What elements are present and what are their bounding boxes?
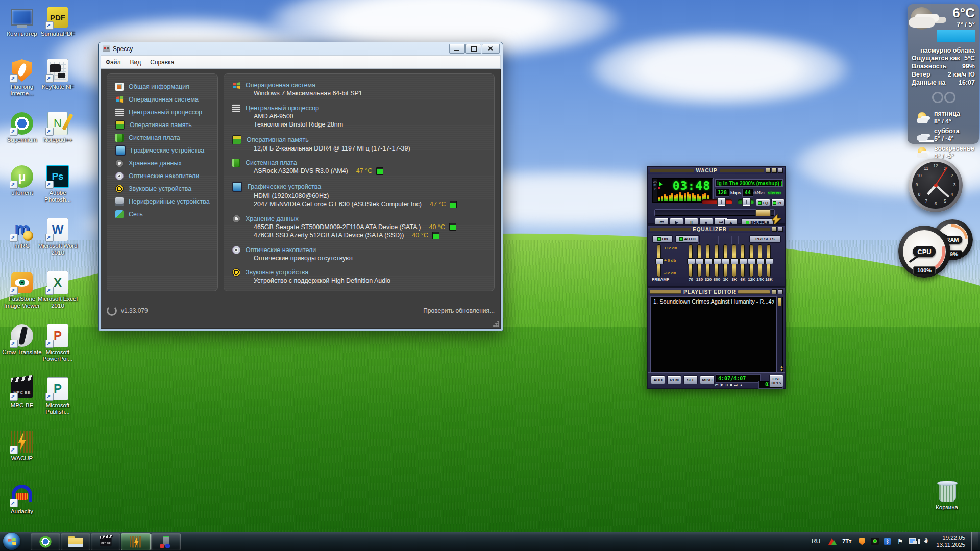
- binoculars-icon[interactable]: [908, 87, 979, 109]
- playlist-select-button[interactable]: SEL: [683, 375, 698, 384]
- volume-slider[interactable]: [702, 199, 732, 204]
- eq-band-slider[interactable]: [765, 245, 773, 277]
- eq-presets-button[interactable]: PRESETS: [749, 235, 781, 243]
- taskbar-button-speccy[interactable]: [151, 533, 181, 550]
- section-title[interactable]: Хранение данных: [246, 215, 299, 222]
- nav-motherboard[interactable]: Системная плата: [107, 131, 217, 144]
- show-desktop-button[interactable]: [971, 532, 978, 551]
- playlist-misc-button[interactable]: MISC: [700, 375, 715, 384]
- playlist-add-button[interactable]: ADD: [651, 375, 665, 384]
- seek-thumb[interactable]: [755, 209, 771, 216]
- nav-optical[interactable]: Оптические накопители: [107, 169, 217, 182]
- menu-help[interactable]: Справка: [145, 57, 179, 67]
- eq-band-slider[interactable]: [687, 245, 695, 277]
- resize-grip[interactable]: [493, 321, 499, 327]
- desktop-icon-sumatrapdf[interactable]: PDF SumatraPDF: [36, 5, 80, 37]
- balance-thumb[interactable]: [742, 198, 751, 206]
- section-title[interactable]: Оптические накопители: [246, 246, 316, 254]
- nav-graphics[interactable]: Графические устройства: [107, 144, 217, 157]
- playlist-scroll-arrows[interactable]: ▲▼: [780, 365, 783, 372]
- playlist-title-bar[interactable]: PLAYLIST EDITOR: [648, 288, 785, 295]
- cpu-gauge[interactable]: CPU 100%: [898, 226, 950, 278]
- equalizer-title-bar[interactable]: EQUALIZER: [648, 226, 785, 233]
- spectrum-analyzer[interactable]: [658, 192, 709, 201]
- playlist-item[interactable]: 1. Soundclown Crimes Against Humanity - …: [653, 298, 774, 305]
- nav-audio[interactable]: Звуковые устройства: [107, 182, 217, 195]
- section-title[interactable]: Центральный процессор: [246, 105, 319, 112]
- close-button[interactable]: [482, 44, 500, 54]
- playlist-remove-button[interactable]: REM: [667, 375, 681, 384]
- eq-close-button[interactable]: [778, 227, 783, 232]
- minimize-button[interactable]: [449, 44, 465, 54]
- tray-updown-arrow-icon[interactable]: [827, 537, 836, 546]
- eq-shade-button[interactable]: [772, 227, 777, 232]
- elapsed-time-display[interactable]: 03:48: [673, 179, 710, 192]
- menu-view[interactable]: Вид: [126, 57, 146, 67]
- wacup-close-button[interactable]: [778, 168, 783, 173]
- desktop-icon-notepadpp[interactable]: N Notepad++: [36, 111, 80, 143]
- tray-network-icon[interactable]: [909, 537, 917, 546]
- nav-os[interactable]: Операционная система: [107, 93, 217, 106]
- balance-slider[interactable]: [738, 199, 754, 204]
- tray-nvidia-icon[interactable]: [870, 537, 879, 546]
- taskbar-button-explorer[interactable]: [61, 533, 90, 550]
- desktop-icon-publisher[interactable]: P Microsoft Publish...: [36, 377, 80, 415]
- playlist-mini-transport[interactable]: ⏮ ▶ II ■ ⏭ ▲: [715, 383, 744, 387]
- playlist-list[interactable]: 1. Soundclown Crimes Against Humanity - …: [651, 297, 776, 373]
- volume-thumb[interactable]: [717, 198, 726, 206]
- wacup-title-bar[interactable]: WACUP: [648, 167, 785, 174]
- playlist-toggle-button[interactable]: PL: [771, 199, 785, 206]
- tray-bluetooth-icon[interactable]: ᛒ: [883, 537, 892, 546]
- eq-band-slider[interactable]: [713, 245, 721, 277]
- wacup-shade-button[interactable]: [772, 168, 777, 173]
- playlist-scrollbar[interactable]: [777, 297, 783, 374]
- equalizer-toggle-button[interactable]: EQ: [756, 199, 770, 206]
- nav-cpu[interactable]: Центральный процессор: [107, 106, 217, 118]
- taskbar-button-supermium[interactable]: [31, 533, 60, 550]
- clock-gadget[interactable]: 12 1 2 3 4 5 6 7 8 9 10 11: [909, 158, 963, 212]
- nav-peripherals[interactable]: Периферийные устройства: [107, 195, 217, 208]
- nav-summary[interactable]: Общая информация: [107, 80, 217, 93]
- desktop-icon-wacup[interactable]: WACUP: [0, 430, 44, 462]
- desktop-icon-recycle-bin[interactable]: Корзина: [925, 479, 969, 511]
- section-title[interactable]: Операционная система: [246, 82, 315, 89]
- desktop-icon-excel[interactable]: X Microsoft Excel 2010: [36, 270, 80, 309]
- tray-action-center-flag-icon[interactable]: ⚑: [896, 537, 904, 546]
- tray-huorong-shield-icon[interactable]: [857, 537, 866, 546]
- speccy-title-bar[interactable]: Speccy: [99, 42, 503, 55]
- taskbar-button-mpcbe[interactable]: MPC BE: [91, 533, 120, 550]
- track-title-marquee[interactable]: ig In The 2000's (mashup) (4:07): [716, 180, 782, 186]
- preamp-slider[interactable]: [655, 245, 664, 277]
- maximize-button[interactable]: [465, 44, 481, 54]
- eq-band-slider[interactable]: [730, 245, 739, 277]
- nav-network[interactable]: Сеть: [107, 208, 217, 220]
- taskbar-button-wacup-active[interactable]: [121, 533, 151, 550]
- desktop-icon-powerpoint[interactable]: P Microsoft PowerPoi...: [36, 323, 80, 362]
- section-title[interactable]: Системная плата: [246, 159, 297, 166]
- eq-band-slider[interactable]: [756, 245, 765, 277]
- eq-band-sliders[interactable]: [687, 245, 773, 277]
- clutterbar[interactable]: OAIDV: [653, 179, 657, 202]
- desktop-icon-word[interactable]: W Microsoft Word 2010: [36, 217, 80, 256]
- language-indicator[interactable]: RU: [812, 538, 820, 545]
- section-title[interactable]: Звуковые устройства: [246, 269, 308, 276]
- section-title[interactable]: Оперативная память: [247, 136, 309, 143]
- eq-band-slider[interactable]: [747, 245, 756, 277]
- eq-band-slider[interactable]: [721, 245, 730, 277]
- desktop-icon-photoshop[interactable]: Ps Adobe Photosh...: [36, 164, 80, 203]
- check-updates-link[interactable]: Проверить обновления...: [423, 307, 495, 314]
- pl-close-button[interactable]: [778, 289, 783, 294]
- eq-band-slider[interactable]: [695, 245, 704, 277]
- section-title[interactable]: Графические устройства: [248, 183, 321, 190]
- nav-ram[interactable]: Оперативная память: [107, 118, 217, 131]
- eq-band-slider[interactable]: [704, 245, 713, 277]
- wacup-minimize-button[interactable]: [766, 168, 771, 173]
- pl-shade-button[interactable]: [772, 289, 777, 294]
- tray-punto-switcher-icon[interactable]: 7Тт: [840, 537, 853, 546]
- menu-file[interactable]: Файл: [101, 57, 126, 67]
- tray-volume-icon[interactable]: [921, 537, 930, 546]
- list-options-button[interactable]: LISTOPTS: [769, 375, 783, 387]
- seek-bar[interactable]: [655, 210, 774, 216]
- taskbar-clock[interactable]: 19:22:05 13.11.2025: [936, 534, 965, 548]
- desktop-icon-audacity[interactable]: Audacity: [0, 483, 44, 515]
